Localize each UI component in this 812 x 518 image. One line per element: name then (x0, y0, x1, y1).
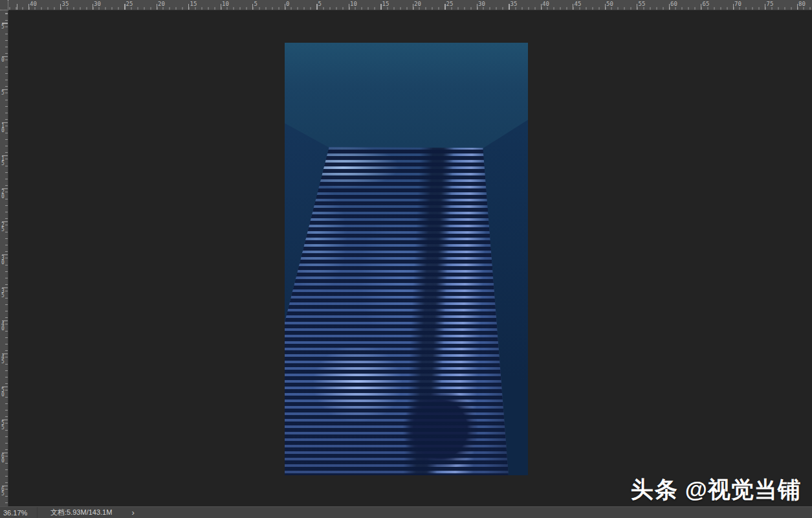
ruler-h-label: 15 (190, 1, 197, 7)
zoom-level-field[interactable]: 36.17% (0, 507, 38, 518)
ruler-h-label: 10 (350, 1, 357, 7)
ruler-h-label: 25 (446, 1, 454, 7)
ruler-origin-corner[interactable] (0, 0, 8, 10)
ruler-h-label: 50 (606, 1, 613, 7)
ruler-v-label: 4 5 (1, 355, 5, 364)
document-artwork[interactable] (285, 43, 528, 475)
ruler-v-label: 6 0 (1, 454, 5, 463)
ruler-v-label: 1 5 (1, 157, 5, 166)
ruler-h-label: 30 (94, 1, 101, 7)
ruler-h-label: 25 (126, 1, 133, 7)
watermark: 头条@视觉当铺 (631, 477, 801, 502)
ruler-h-label: 35 (62, 1, 69, 7)
photoshop-workspace: 头条@视觉当铺 40353025201510505101520253035404… (0, 0, 812, 518)
ruler-v-label: 3 5 (1, 289, 5, 298)
ruler-h-label: 70 (734, 1, 741, 7)
ruler-h-label: 5 (318, 1, 322, 7)
ruler-h-label: 40 (542, 1, 549, 7)
ruler-h-label: 5 (254, 1, 258, 7)
status-chevron-icon[interactable]: › (131, 510, 134, 516)
watermark-brand: 头条 (631, 477, 679, 502)
ruler-v-label: 5 5 (1, 421, 5, 430)
ruler-v-label: 5 (1, 25, 5, 29)
ruler-h-label: 30 (478, 1, 485, 7)
ruler-horizontal-major-ticks (0, 4, 812, 10)
ruler-v-label: 6 5 (1, 487, 5, 496)
ruler-vertical[interactable]: 5051 01 52 02 53 03 54 04 55 05 56 06 57… (0, 10, 8, 506)
ruler-h-label: 75 (767, 1, 774, 7)
ruler-v-label: 4 0 (1, 322, 5, 331)
ruler-h-label: 55 (639, 1, 646, 7)
ruler-h-label: 40 (30, 1, 37, 7)
status-bar: 36.17% 文档:5.93M/143.1M › (0, 506, 812, 518)
ruler-h-label: 15 (382, 1, 390, 7)
ruler-h-label: 35 (510, 1, 518, 7)
ruler-v-label: 5 (1, 91, 5, 95)
ruler-v-label: 5 0 (1, 388, 5, 397)
ruler-h-label: 10 (222, 1, 229, 7)
ruler-v-label: 2 5 (1, 223, 5, 232)
ruler-h-label: 60 (670, 1, 677, 7)
ruler-v-label: 2 0 (1, 190, 5, 199)
watermark-handle: @视觉当铺 (685, 477, 801, 502)
ruler-h-label: 0 (286, 1, 289, 7)
ruler-v-label: 1 0 (1, 124, 5, 133)
ruler-horizontal[interactable]: 4035302520151050510152025303540455055606… (0, 0, 812, 10)
ruler-h-label: 20 (414, 1, 421, 7)
ruler-v-label: 0 (1, 58, 5, 62)
ruler-h-label: 65 (703, 1, 710, 7)
ruler-h-label: 45 (575, 1, 582, 7)
ruler-h-label: 20 (158, 1, 165, 7)
document-size-info[interactable]: 文档:5.93M/143.1M (50, 508, 112, 517)
ruler-h-label: 80 (798, 1, 806, 7)
ruler-v-label: 3 0 (1, 256, 5, 265)
